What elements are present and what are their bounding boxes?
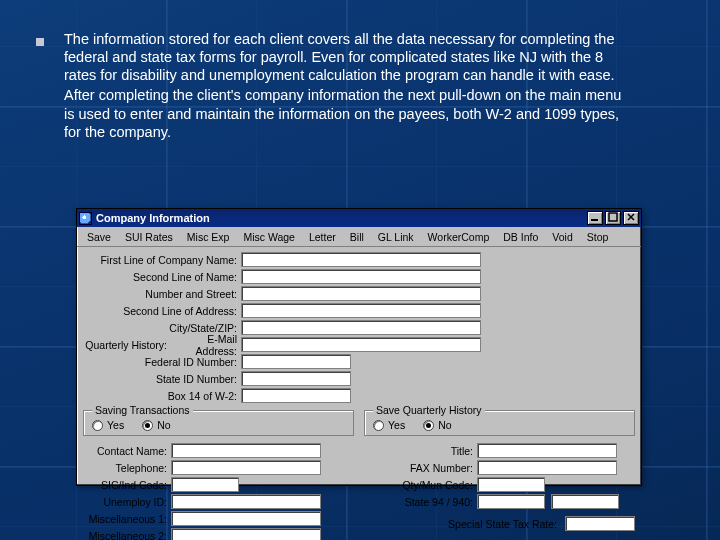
intro-paragraph-1: The information stored for each client c… [64, 30, 634, 84]
menu-gl-link[interactable]: GL Link [372, 230, 420, 243]
menu-misc-wage[interactable]: Misc Wage [237, 230, 301, 243]
maximize-button[interactable] [605, 211, 621, 225]
label-unemploy-id: Unemploy ID: [83, 496, 171, 508]
titlebar[interactable]: Company Information [77, 209, 641, 227]
input-company-name-2[interactable] [241, 269, 481, 284]
label-box14: Box 14 of W-2: [83, 390, 241, 402]
label-telephone: Telephone: [83, 462, 171, 474]
input-sic[interactable] [171, 477, 239, 492]
label-street: Number and Street: [83, 288, 241, 300]
intro-paragraph-2: After completing the client's company in… [64, 86, 634, 140]
input-title[interactable] [477, 443, 617, 458]
input-state94-b[interactable] [551, 494, 619, 509]
slide-bullet [36, 38, 44, 46]
input-box14[interactable] [241, 388, 351, 403]
group-save-quarterly-title: Save Quarterly History [373, 404, 485, 416]
minimize-button[interactable] [587, 211, 603, 225]
label-misc-1: Miscellaneous 1: [83, 513, 171, 525]
input-telephone[interactable] [171, 460, 321, 475]
group-saving-transactions-title: Saving Transactions [92, 404, 193, 416]
input-email[interactable] [241, 337, 481, 352]
radio-save-trans-yes[interactable]: Yes [92, 419, 124, 431]
input-street[interactable] [241, 286, 481, 301]
menu-save[interactable]: Save [81, 230, 117, 243]
menu-stop[interactable]: Stop [581, 230, 615, 243]
label-qty-mun: Qty/Mun Code: [365, 479, 477, 491]
svg-rect-0 [591, 219, 598, 221]
label-company-name-2: Second Line of Name: [83, 271, 241, 283]
radio-save-trans-no[interactable]: No [142, 419, 170, 431]
group-saving-transactions: Saving Transactions Yes No [83, 410, 354, 436]
menu-letter[interactable]: Letter [303, 230, 342, 243]
input-unemploy-id[interactable] [171, 494, 321, 509]
input-state94-a[interactable] [477, 494, 545, 509]
menu-sui-rates[interactable]: SUI Rates [119, 230, 179, 243]
label-quarterly-history: Quarterly History: [83, 339, 169, 351]
intro-text: The information stored for each client c… [64, 30, 634, 143]
company-info-window: Company Information Save SUI Rates Misc … [76, 208, 642, 486]
input-company-name-1[interactable] [241, 252, 481, 267]
label-fax: FAX Number: [365, 462, 477, 474]
menu-misc-exp[interactable]: Misc Exp [181, 230, 236, 243]
input-contact[interactable] [171, 443, 321, 458]
close-button[interactable] [623, 211, 639, 225]
label-special-rate: Special State Tax Rate: [365, 518, 561, 530]
label-address-2: Second Line of Address: [83, 305, 241, 317]
form-area: First Line of Company Name: Second Line … [77, 247, 641, 540]
label-federal-id: Federal ID Number: [83, 356, 241, 368]
menu-db-info[interactable]: DB Info [497, 230, 544, 243]
radio-save-quarterly-no[interactable]: No [423, 419, 451, 431]
label-contact: Contact Name: [83, 445, 171, 457]
menu-bar: Save SUI Rates Misc Exp Misc Wage Letter… [77, 227, 641, 247]
svg-rect-1 [609, 213, 617, 221]
input-fax[interactable] [477, 460, 617, 475]
label-state94: State 94 / 940: [365, 496, 477, 508]
menu-void[interactable]: Void [546, 230, 578, 243]
menu-workercomp[interactable]: WorkerComp [422, 230, 496, 243]
input-address-2[interactable] [241, 303, 481, 318]
app-icon [79, 212, 92, 225]
label-email: E-Mail Address: [169, 333, 241, 357]
label-company-name-1: First Line of Company Name: [83, 254, 241, 266]
label-misc-2: Miscellaneous 2: [83, 530, 171, 541]
menu-bill[interactable]: Bill [344, 230, 370, 243]
label-state-id: State ID Number: [83, 373, 241, 385]
window-title: Company Information [96, 212, 210, 224]
input-qty-mun[interactable] [477, 477, 545, 492]
radio-save-quarterly-yes[interactable]: Yes [373, 419, 405, 431]
group-save-quarterly: Save Quarterly History Yes No [364, 410, 635, 436]
input-state-id[interactable] [241, 371, 351, 386]
input-misc-1[interactable] [171, 511, 321, 526]
input-federal-id[interactable] [241, 354, 351, 369]
label-title: Title: [365, 445, 477, 457]
input-misc-2[interactable] [171, 528, 321, 540]
input-special-rate[interactable] [565, 516, 635, 531]
input-city-state-zip[interactable] [241, 320, 481, 335]
label-sic: SIC/Ind Code: [83, 479, 171, 491]
